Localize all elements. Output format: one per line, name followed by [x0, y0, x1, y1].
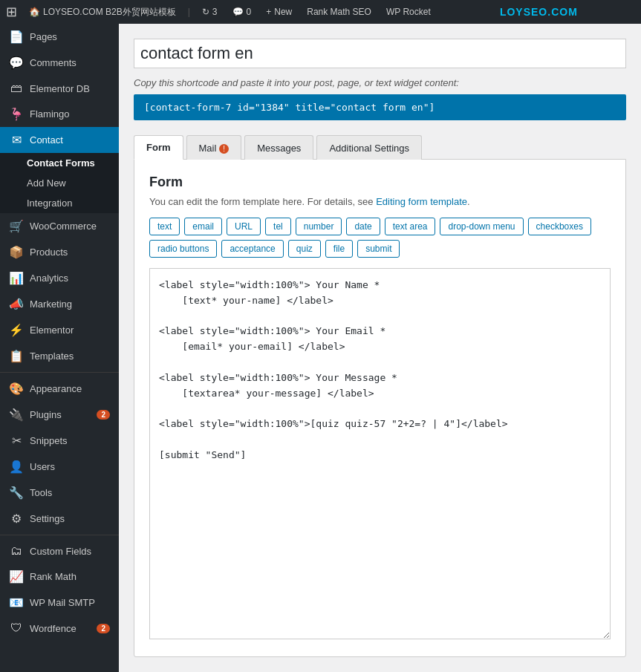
sidebar-item-tools[interactable]: 🔧 Tools	[0, 480, 119, 506]
tag-button-email[interactable]: email	[184, 218, 222, 235]
center-brand: LOYSEO.COM	[500, 6, 578, 18]
sidebar-item-elementor[interactable]: ⚡ Elementor	[0, 317, 119, 343]
plus-icon: +	[266, 7, 271, 17]
tag-button-radio-buttons[interactable]: radio buttons	[149, 240, 217, 258]
sidebar-item-templates[interactable]: 📋 Templates	[0, 343, 119, 369]
sidebar-item-label: Pages	[30, 31, 57, 42]
form-panel-desc: You can edit the form template here. For…	[149, 196, 611, 207]
comments-item[interactable]: 💬 0	[230, 7, 255, 17]
new-item[interactable]: + New	[263, 7, 295, 17]
contact-submenu: Contact Forms Add New Integration	[0, 153, 119, 213]
tabs-nav: Form Mail! Messages Additional Settings	[134, 135, 626, 160]
sidebar-item-custom-fields[interactable]: 🗂 Custom Fields	[0, 538, 119, 564]
sidebar-item-label: Elementor DB	[30, 83, 90, 94]
sidebar-item-products[interactable]: 📦 Products	[0, 239, 119, 265]
analytics-icon: 📊	[9, 271, 24, 285]
form-panel-title: Form	[149, 174, 611, 190]
contact-icon: ✉	[9, 133, 24, 147]
sidebar-item-wp-mail-smtp[interactable]: 📧 WP Mail SMTP	[0, 590, 119, 616]
tag-button-quiz[interactable]: quiz	[288, 240, 321, 258]
snippets-icon: ✂	[9, 434, 24, 448]
tag-button-drop-down-menu[interactable]: drop-down menu	[440, 218, 523, 235]
sidebar-item-label: Rank Math	[30, 571, 77, 582]
sidebar-item-integration[interactable]: Integration	[0, 193, 119, 213]
custom-fields-icon: 🗂	[9, 544, 24, 558]
sidebar-item-appearance[interactable]: 🎨 Appearance	[0, 376, 119, 402]
sidebar-item-label: Wordfence	[30, 623, 77, 634]
sidebar-item-contact[interactable]: ✉ Contact	[0, 127, 119, 153]
settings-icon: ⚙	[9, 512, 24, 526]
sidebar-item-rank-math[interactable]: 📈 Rank Math	[0, 564, 119, 590]
sidebar-item-label: Appearance	[30, 383, 82, 394]
admin-bar: ⊞ 🏠 LOYSEO.COM B2B外贸网站模板 | ↻ 3 💬 0 + New…	[0, 0, 641, 24]
sidebar-item-marketing[interactable]: 📣 Marketing	[0, 291, 119, 317]
tag-button-number[interactable]: number	[296, 218, 342, 235]
sidebar-item-settings[interactable]: ⚙ Settings	[0, 506, 119, 532]
sidebar-item-label: WP Mail SMTP	[30, 597, 95, 608]
home-icon: 🏠	[29, 7, 40, 17]
woocommerce-icon: 🛒	[9, 219, 24, 233]
sidebar-item-label: Custom Fields	[30, 546, 91, 557]
sidebar-item-add-new[interactable]: Add New	[0, 173, 119, 193]
editing-form-template-link[interactable]: Editing form template	[376, 196, 467, 207]
tag-button-text[interactable]: text	[149, 218, 180, 235]
sidebar-item-label: Snippets	[30, 435, 68, 446]
tag-button-date[interactable]: date	[346, 218, 380, 235]
shortcode-hint: Copy this shortcode and paste it into yo…	[134, 77, 626, 88]
form-code-editor[interactable]	[149, 268, 611, 639]
comments-icon: 💬	[232, 7, 244, 17]
rank-math-icon: 📈	[9, 570, 24, 584]
form-panel: Form You can edit the form template here…	[134, 159, 626, 657]
sidebar-item-pages[interactable]: 📄 Pages	[0, 24, 119, 50]
sidebar-item-analytics[interactable]: 📊 Analytics	[0, 265, 119, 291]
tag-button-acceptance[interactable]: acceptance	[221, 240, 283, 258]
sidebar-item-label: Analytics	[30, 273, 68, 284]
templates-icon: 📋	[9, 349, 24, 363]
wp-logo-icon[interactable]: ⊞	[6, 4, 17, 20]
tag-button-submit[interactable]: submit	[357, 240, 400, 258]
sidebar-item-label: Plugins	[30, 409, 62, 420]
tag-button-text-area[interactable]: text area	[385, 218, 436, 235]
appearance-icon: 🎨	[9, 382, 24, 396]
sidebar-item-label: Marketing	[30, 299, 72, 310]
pages-icon: 📄	[9, 30, 24, 44]
updates-icon: ↻	[202, 7, 209, 17]
sidebar-item-label: Users	[30, 461, 55, 472]
sidebar-item-elementor-db[interactable]: 🗃 Elementor DB	[0, 76, 119, 101]
sidebar-item-woocommerce[interactable]: 🛒 WooCommerce	[0, 213, 119, 239]
sidebar-item-wordfence[interactable]: 🛡 Wordfence 2	[0, 616, 119, 641]
users-icon: 👤	[9, 460, 24, 474]
divider2	[0, 535, 119, 535]
updates-item[interactable]: ↻ 3	[199, 7, 221, 17]
tag-button-tel[interactable]: tel	[265, 218, 291, 235]
tools-icon: 🔧	[9, 486, 24, 500]
tag-button-url[interactable]: URL	[227, 218, 261, 235]
wp-mail-smtp-icon: 📧	[9, 596, 24, 610]
sidebar-item-label: Elementor	[30, 324, 74, 336]
sidebar-item-flamingo[interactable]: 🦩 Flamingo	[0, 101, 119, 127]
wordfence-icon: 🛡	[9, 622, 24, 635]
tab-additional-settings[interactable]: Additional Settings	[316, 135, 422, 160]
sidebar-item-label: Flamingo	[30, 108, 69, 120]
sidebar-item-contact-forms[interactable]: Contact Forms	[0, 153, 119, 173]
sidebar-item-comments[interactable]: 💬 Comments	[0, 50, 119, 76]
sidebar-item-users[interactable]: 👤 Users	[0, 454, 119, 480]
tab-messages[interactable]: Messages	[244, 135, 313, 160]
tag-button-checkboxes[interactable]: checkboxes	[528, 218, 591, 235]
mail-badge: !	[219, 144, 229, 154]
sidebar-item-snippets[interactable]: ✂ Snippets	[0, 428, 119, 454]
form-title-input[interactable]	[134, 39, 626, 68]
tag-button-file[interactable]: file	[325, 240, 353, 258]
tab-mail[interactable]: Mail!	[186, 135, 242, 160]
elementor-icon: ⚡	[9, 323, 24, 337]
plugins-icon: 🔌	[9, 408, 24, 422]
rankmath-item[interactable]: Rank Math SEO	[304, 7, 374, 17]
wprocket-item[interactable]: WP Rocket	[383, 7, 434, 17]
sidebar-item-label: WooCommerce	[30, 221, 97, 232]
site-name[interactable]: 🏠 LOYSEO.COM B2B外贸网站模板	[26, 6, 179, 19]
shortcode-box[interactable]: [contact-form-7 id="1384" title="contact…	[134, 94, 626, 120]
elementor-db-icon: 🗃	[9, 82, 24, 95]
plugins-badge: 2	[97, 410, 110, 420]
sidebar-item-plugins[interactable]: 🔌 Plugins 2	[0, 402, 119, 428]
tab-form[interactable]: Form	[134, 135, 183, 160]
